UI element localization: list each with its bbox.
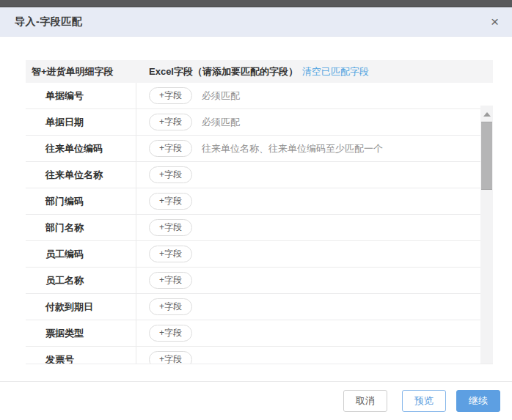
match-cell: +字段 必须匹配 xyxy=(136,109,240,135)
scrollbar-thumb[interactable] xyxy=(481,122,492,190)
source-field-label: 单据日期 xyxy=(26,109,136,135)
match-requirement-note: 必须匹配 xyxy=(202,116,240,129)
continue-button[interactable]: 继续 xyxy=(456,390,500,412)
vertical-scrollbar[interactable] xyxy=(480,106,493,364)
match-cell: +字段 必须匹配 xyxy=(136,83,240,108)
add-field-button[interactable]: +字段 xyxy=(149,298,192,316)
source-field-label: 往来单位编码 xyxy=(26,136,136,161)
dialog-footer: 取消 预览 继续 xyxy=(0,381,512,420)
field-match-table: 智+进货单明细字段 Excel字段（请添加要匹配的字段） 清空已匹配字段 单据编… xyxy=(26,60,493,364)
table-row: 发票号 +字段 xyxy=(26,347,480,364)
add-field-button[interactable]: +字段 xyxy=(149,325,192,342)
window-top-accent-bar xyxy=(0,0,512,7)
cancel-button[interactable]: 取消 xyxy=(343,390,387,412)
source-field-label: 发票号 xyxy=(26,347,136,364)
add-field-button[interactable]: +字段 xyxy=(149,87,192,105)
close-icon[interactable]: × xyxy=(488,13,502,30)
dialog-title: 导入-字段匹配 xyxy=(15,15,82,29)
import-field-match-dialog: 导入-字段匹配 × 智+进货单明细字段 Excel字段（请添加要匹配的字段） 清… xyxy=(0,0,512,420)
source-field-label: 部门编码 xyxy=(26,188,136,214)
match-cell: +字段 往来单位名称、往来单位编码至少匹配一个 xyxy=(136,136,383,161)
match-cell: +字段 xyxy=(136,294,192,320)
chevron-up-icon xyxy=(483,112,491,117)
excel-fields-column-header: Excel字段（请添加要匹配的字段） 清空已匹配字段 xyxy=(136,65,369,78)
table-row: 票据类型 +字段 xyxy=(26,320,480,347)
match-cell: +字段 xyxy=(136,320,192,346)
source-fields-column-header: 智+进货单明细字段 xyxy=(26,65,136,78)
add-field-button[interactable]: +字段 xyxy=(149,166,192,184)
preview-button[interactable]: 预览 xyxy=(402,390,446,412)
table-row: 员工名称 +字段 xyxy=(26,268,480,294)
excel-fields-header-text: Excel字段（请添加要匹配的字段） xyxy=(149,65,298,78)
table-row: 部门名称 +字段 xyxy=(26,215,480,241)
source-field-label: 单据编号 xyxy=(26,83,136,108)
match-cell: +字段 xyxy=(136,268,192,293)
table-row: 部门编码 +字段 xyxy=(26,188,480,215)
table-row: 往来单位名称 +字段 xyxy=(26,162,480,188)
match-cell: +字段 xyxy=(136,188,192,214)
source-field-label: 员工名称 xyxy=(26,268,136,293)
match-cell: +字段 xyxy=(136,215,192,240)
match-requirement-note: 必须匹配 xyxy=(202,89,240,103)
add-field-button[interactable]: +字段 xyxy=(149,272,192,290)
add-field-button[interactable]: +字段 xyxy=(149,114,192,131)
add-field-button[interactable]: +字段 xyxy=(149,219,192,237)
add-field-button[interactable]: +字段 xyxy=(149,351,192,364)
table-header-row: 智+进货单明细字段 Excel字段（请添加要匹配的字段） 清空已匹配字段 xyxy=(26,60,493,83)
match-cell: +字段 xyxy=(136,241,192,267)
match-cell: +字段 xyxy=(136,347,192,364)
add-field-button[interactable]: +字段 xyxy=(149,246,192,263)
source-field-label: 员工编码 xyxy=(26,241,136,267)
match-requirement-note: 往来单位名称、往来单位编码至少匹配一个 xyxy=(202,142,383,155)
add-field-button[interactable]: +字段 xyxy=(149,193,192,210)
table-row: 单据日期 +字段 必须匹配 xyxy=(26,109,480,136)
table-body: 单据编号 +字段 必须匹配 单据日期 +字段 必须匹配 往来单位编码 +字段 往… xyxy=(26,83,480,364)
dialog-titlebar: 导入-字段匹配 × xyxy=(0,7,512,37)
source-field-label: 票据类型 xyxy=(26,320,136,346)
table-scroll-viewport: 单据编号 +字段 必须匹配 单据日期 +字段 必须匹配 往来单位编码 +字段 往… xyxy=(26,83,493,364)
table-row: 单据编号 +字段 必须匹配 xyxy=(26,83,480,109)
source-field-label: 部门名称 xyxy=(26,215,136,240)
table-row: 往来单位编码 +字段 往来单位名称、往来单位编码至少匹配一个 xyxy=(26,136,480,162)
source-field-label: 往来单位名称 xyxy=(26,162,136,188)
table-row: 员工编码 +字段 xyxy=(26,241,480,268)
scroll-up-button[interactable] xyxy=(480,107,493,122)
add-field-button[interactable]: +字段 xyxy=(149,140,192,158)
match-cell: +字段 xyxy=(136,162,192,188)
clear-matched-fields-link[interactable]: 清空已匹配字段 xyxy=(302,65,369,78)
source-field-label: 付款到期日 xyxy=(26,294,136,320)
table-row: 付款到期日 +字段 xyxy=(26,294,480,320)
